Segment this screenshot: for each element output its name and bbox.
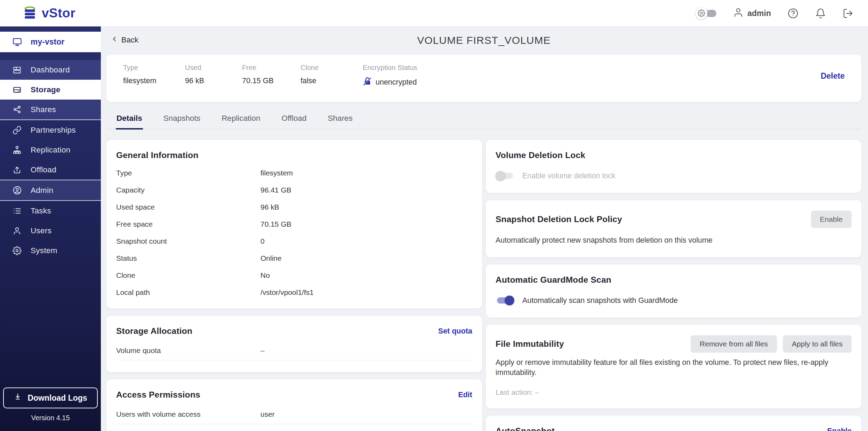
row-value: filesystem — [260, 169, 293, 177]
row-users-pool-access: Users with pool access – — [116, 424, 472, 431]
replication-topology-icon — [12, 146, 22, 155]
volume-deletion-lock-toggle[interactable] — [496, 171, 514, 181]
sidebar-item-offload[interactable]: Offload — [0, 160, 101, 180]
info-row-snapshot-count: Snapshot count 0 — [116, 237, 472, 245]
user-menu[interactable]: admin — [733, 7, 771, 19]
delete-volume-button[interactable]: Delete — [821, 71, 845, 81]
sidebar-item-label: Users — [31, 226, 51, 235]
sidebar-host-item[interactable]: my-vstor — [0, 32, 101, 52]
tab-details[interactable]: Details — [116, 109, 143, 130]
row-value: 0 — [260, 237, 265, 245]
sidebar-item-shares[interactable]: Shares — [0, 100, 101, 119]
summary-value: 96 kB — [185, 77, 242, 85]
info-row-local-path: Local path /vstor/vpool1/fs1 — [116, 288, 472, 297]
card-title: AutoSnapshot — [496, 426, 555, 431]
enable-snapshot-lock-button[interactable]: Enable — [811, 211, 852, 228]
sidebar-item-system[interactable]: System — [0, 241, 101, 260]
info-row-type: Type filesystem — [116, 169, 472, 177]
page-title: VOLUME FIRST_VOLUME — [106, 34, 861, 46]
row-label: Free space — [116, 220, 260, 228]
users-person-icon — [12, 226, 22, 235]
storage-drive-icon — [12, 85, 22, 94]
lock-slash-icon — [363, 77, 372, 88]
info-row-clone: Clone No — [116, 271, 472, 280]
sidebar-item-users[interactable]: Users — [0, 221, 101, 241]
page-head: Back VOLUME FIRST_VOLUME — [106, 34, 861, 52]
encryption-status-value: unencrypted — [376, 78, 417, 87]
row-value: 96.41 GB — [260, 186, 291, 194]
sidebar-footer: Download Logs Version 4.15 — [0, 387, 101, 431]
row-volume-quota: Volume quota – — [116, 340, 472, 360]
row-users-volume-access: Users with volume access user — [116, 404, 472, 424]
user-name: admin — [747, 9, 771, 18]
dashboard-icon — [12, 65, 22, 75]
summary-value: unencrypted — [363, 77, 417, 88]
download-logs-button[interactable]: Download Logs — [3, 387, 97, 408]
access-permissions-card: Access Permissions Edit Users with volum… — [106, 379, 482, 431]
info-row-status: Status Online — [116, 254, 472, 262]
row-label: Users with volume access — [116, 410, 260, 418]
apply-immutability-button[interactable]: Apply to all files — [783, 335, 852, 353]
row-value: user — [260, 410, 275, 418]
toggle-label: Enable volume deletion lock — [522, 172, 616, 180]
notifications-bell-button[interactable] — [815, 8, 826, 19]
sidebar-item-replication[interactable]: Replication — [0, 140, 101, 160]
row-label: Capacity — [116, 186, 260, 194]
toggle-knob — [496, 171, 505, 181]
row-value: 70.15 GB — [260, 220, 291, 228]
set-quota-button[interactable]: Set quota — [438, 327, 472, 336]
summary-label: Clone — [300, 64, 363, 72]
sidebar-item-label: Offload — [31, 165, 56, 174]
summary-field-type: Type filesystem — [123, 64, 185, 85]
summary-label: Used — [185, 64, 242, 72]
card-description: Apply or remove immutability feature for… — [496, 358, 852, 378]
row-value: 96 kB — [260, 203, 279, 211]
sidebar-item-storage[interactable]: Storage — [0, 80, 101, 100]
sidebar-nav: Dashboard Storage Shares — [0, 60, 101, 260]
sidebar-item-admin[interactable]: Admin — [0, 180, 101, 200]
sidebar-item-label: Replication — [31, 146, 71, 155]
tab-replication[interactable]: Replication — [221, 109, 261, 130]
sidebar-item-label: Dashboard — [31, 65, 70, 75]
summary-value: false — [300, 77, 363, 85]
tab-offload[interactable]: Offload — [281, 109, 307, 130]
card-title: Volume Deletion Lock — [496, 150, 852, 160]
detail-columns: General Information Type filesystem Capa… — [106, 140, 861, 431]
snapshot-deletion-lock-policy-card: Snapshot Deletion Lock Policy Enable Aut… — [486, 200, 861, 257]
logout-button[interactable] — [843, 8, 853, 19]
help-button[interactable] — [788, 8, 798, 19]
tab-shares[interactable]: Shares — [327, 109, 353, 130]
download-logs-label: Download Logs — [27, 393, 87, 403]
top-header: vStor admin — [0, 0, 868, 26]
sidebar-host-label: my-vstor — [31, 37, 64, 47]
row-label: Local path — [116, 288, 260, 297]
sidebar-item-label: Admin — [31, 186, 53, 195]
sidebar-item-label: Shares — [31, 105, 56, 114]
toggle-label: Automatically scan snapshots with GuardM… — [522, 296, 678, 305]
sidebar-item-label: Tasks — [31, 206, 51, 216]
theme-toggle[interactable] — [696, 7, 716, 19]
edit-permissions-button[interactable]: Edit — [458, 391, 472, 399]
remove-immutability-button[interactable]: Remove from all files — [691, 335, 777, 353]
guardmode-scan-toggle[interactable] — [496, 295, 514, 306]
summary-field-used: Used 96 kB — [185, 64, 242, 85]
sidebar-item-tasks[interactable]: Tasks — [0, 201, 101, 221]
tasks-list-icon — [12, 206, 22, 216]
brand-logo[interactable]: vStor — [22, 5, 75, 22]
card-title: File Immutability — [496, 339, 564, 349]
summary-value: filesystem — [123, 77, 185, 85]
card-title: General Information — [116, 150, 472, 160]
summary-field-clone: Clone false — [300, 64, 363, 85]
row-value: – — [260, 346, 265, 355]
toggle-knob — [505, 296, 514, 305]
sidebar-item-label: Storage — [31, 85, 61, 94]
enable-autosnapshot-button[interactable]: Enable — [827, 427, 852, 431]
row-label: Volume quota — [116, 346, 260, 355]
row-value: Online — [260, 254, 282, 262]
card-title: Access Permissions — [116, 390, 200, 400]
file-immutability-card: File Immutability Remove from all files … — [486, 325, 861, 408]
tab-snapshots[interactable]: Snapshots — [163, 109, 201, 130]
main-content: Back VOLUME FIRST_VOLUME Type filesystem… — [101, 26, 868, 431]
sidebar-item-partnerships[interactable]: Partnerships — [0, 120, 101, 140]
sidebar-item-dashboard[interactable]: Dashboard — [0, 60, 101, 80]
